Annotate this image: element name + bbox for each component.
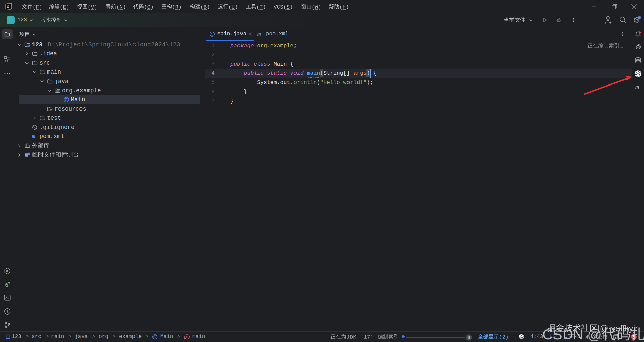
svg-text:IJ: IJ bbox=[7, 5, 9, 7]
svg-text:m: m bbox=[186, 336, 188, 339]
